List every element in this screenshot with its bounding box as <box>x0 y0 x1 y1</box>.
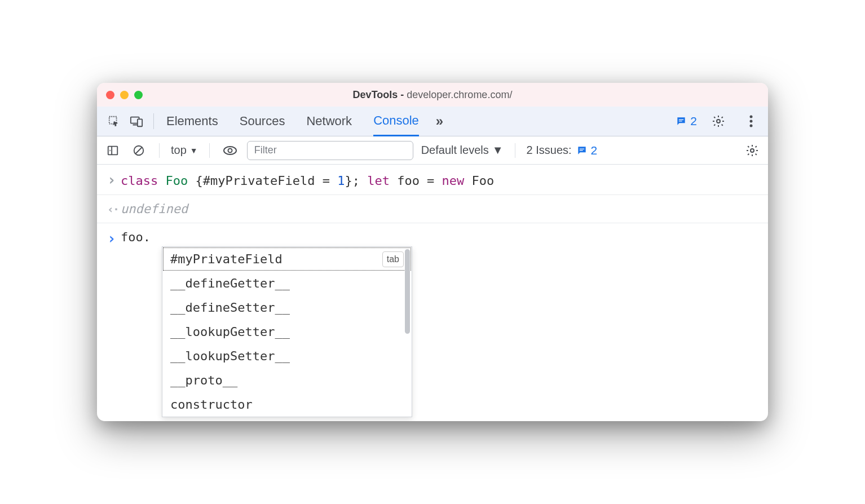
autocomplete-list[interactable]: #myPrivateFieldtab__defineGetter____defi… <box>162 246 412 417</box>
log-levels-selector[interactable]: Default levels ▼ <box>421 144 504 157</box>
svg-rect-5 <box>679 121 682 121</box>
svg-rect-10 <box>108 146 118 154</box>
svg-point-8 <box>750 120 753 123</box>
autocomplete-label: __lookupSetter__ <box>170 347 290 365</box>
context-label: top <box>171 144 187 157</box>
levels-label: Default levels <box>421 144 489 157</box>
autocomplete-label: __defineGetter__ <box>170 274 290 293</box>
output-prompt-icon <box>107 200 121 218</box>
console-code-line[interactable]: class Foo {#myPrivateField = 1}; let foo… <box>121 171 494 190</box>
autocomplete-label: __proto__ <box>170 371 237 390</box>
svg-line-13 <box>136 147 142 153</box>
console-live-input[interactable]: foo. <box>121 228 151 246</box>
window-titlebar: DevTools - developer.chrome.com/ <box>97 83 768 107</box>
console-toolbar: top ▼ Default levels ▼ 2 Issues: 2 <box>97 136 768 165</box>
svg-rect-16 <box>579 148 584 149</box>
autocomplete-item[interactable]: __lookupGetter__ <box>162 320 412 344</box>
autocomplete-label: __lookupGetter__ <box>170 322 290 341</box>
tab-console[interactable]: Console <box>373 107 419 136</box>
svg-point-6 <box>717 120 720 123</box>
svg-point-15 <box>228 148 232 152</box>
autocomplete-label: __defineSetter__ <box>170 298 290 317</box>
minimize-icon[interactable] <box>120 91 129 99</box>
svg-point-9 <box>750 125 753 127</box>
chat-issues-badge[interactable]: 2 <box>676 114 697 128</box>
tab-sources[interactable]: Sources <box>240 107 285 136</box>
sidebar-toggle-icon[interactable] <box>104 142 122 160</box>
scrollbar[interactable] <box>405 249 410 334</box>
autocomplete-label: constructor <box>170 395 253 414</box>
svg-rect-4 <box>679 120 683 120</box>
svg-point-18 <box>751 149 754 152</box>
devtools-window: DevTools - developer.chrome.com/ Element… <box>97 83 768 421</box>
traffic-lights <box>106 91 143 99</box>
tab-network[interactable]: Network <box>306 107 352 136</box>
chevron-down-icon: ▼ <box>190 146 198 155</box>
svg-rect-17 <box>579 150 582 151</box>
chevron-down-icon: ▼ <box>492 144 504 157</box>
inspect-element-icon[interactable] <box>103 110 125 132</box>
clear-console-icon[interactable] <box>130 142 148 160</box>
console-output-row: undefined <box>97 195 768 223</box>
chat-count-value: 2 <box>690 114 697 128</box>
autocomplete-item[interactable]: #myPrivateFieldtab <box>162 247 412 271</box>
tab-elements[interactable]: Elements <box>166 107 218 136</box>
issues-count: 2 <box>591 144 598 157</box>
console-settings-icon[interactable] <box>743 142 761 160</box>
console-body: class Foo {#myPrivateField = 1}; let foo… <box>97 165 768 421</box>
issues-indicator[interactable]: 2 Issues: 2 <box>527 144 598 157</box>
settings-icon[interactable] <box>707 110 730 132</box>
console-input-row: class Foo {#myPrivateField = 1}; let foo… <box>97 167 768 194</box>
input-prompt-icon <box>107 171 121 190</box>
title-host: developer.chrome.com/ <box>407 89 512 100</box>
autocomplete-item[interactable]: constructor <box>162 392 412 417</box>
panel-tabs: Elements Sources Network Console <box>166 107 419 136</box>
issues-label: 2 Issues: <box>527 144 572 157</box>
filter-input[interactable] <box>247 141 413 160</box>
title-prefix: DevTools - <box>353 89 407 100</box>
context-selector[interactable]: top ▼ <box>171 144 198 157</box>
window-title: DevTools - developer.chrome.com/ <box>353 89 513 101</box>
tab-hint: tab <box>382 251 404 267</box>
console-result: undefined <box>121 200 188 218</box>
autocomplete-item[interactable]: __lookupSetter__ <box>162 344 412 368</box>
svg-rect-3 <box>138 119 142 126</box>
svg-point-7 <box>750 116 753 118</box>
more-menu-icon[interactable] <box>740 110 762 132</box>
close-icon[interactable] <box>106 91 114 99</box>
svg-point-14 <box>224 147 236 154</box>
autocomplete-label: #myPrivateField <box>170 250 283 268</box>
autocomplete-popup: #myPrivateFieldtab__defineGetter____defi… <box>162 246 412 417</box>
maximize-icon[interactable] <box>134 91 143 99</box>
device-toggle-icon[interactable] <box>125 110 148 132</box>
more-tabs-icon[interactable]: » <box>436 113 443 129</box>
autocomplete-item[interactable]: __defineGetter__ <box>162 271 412 295</box>
autocomplete-item[interactable]: __proto__ <box>162 368 412 392</box>
autocomplete-item[interactable]: __defineSetter__ <box>162 295 412 320</box>
live-expression-icon[interactable] <box>221 142 239 160</box>
devtools-tabbar: Elements Sources Network Console » 2 <box>97 107 768 136</box>
live-prompt-icon <box>107 228 121 250</box>
